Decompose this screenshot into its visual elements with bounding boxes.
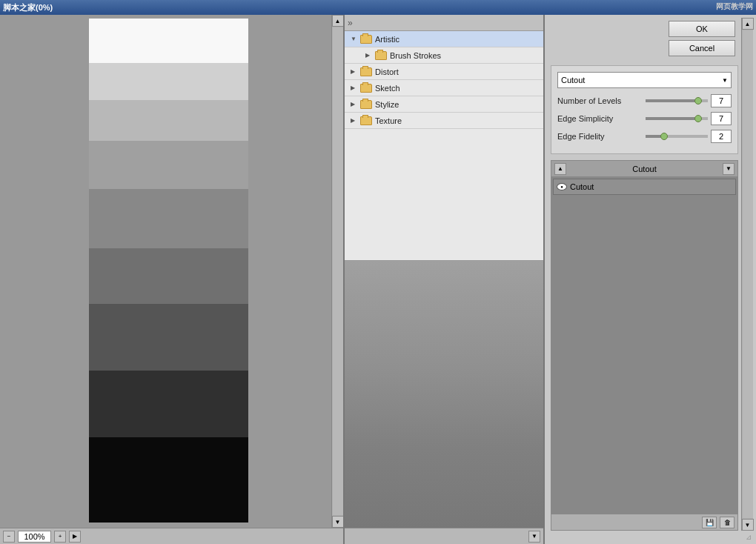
effects-delete-button[interactable]: 🗑 (720, 517, 735, 528)
param-row-edge-fidelity: Edge Fidelity 2 (557, 130, 732, 143)
right-scroll-thumb (743, 30, 753, 518)
scroll-up-button[interactable]: ▲ (332, 15, 344, 27)
right-top-actions: OK Cancel (548, 18, 741, 62)
filter-label-stylize: Stylize (375, 100, 399, 109)
dropdown-selected-label: Cutout (561, 76, 585, 84)
expand-arrow-texture: ▶ (351, 117, 358, 125)
dropdown-arrow-icon: ▼ (722, 77, 728, 84)
nav-forward-button[interactable]: ▶ (69, 531, 81, 543)
right-scroll-down[interactable]: ▼ (742, 519, 754, 531)
left-scrollbar: ▲ ▼ (331, 15, 343, 528)
band-3 (89, 100, 248, 141)
filter-item-distort[interactable]: ▶ Distort (345, 64, 543, 80)
filter-item-artistic[interactable]: ▼ Artistic (345, 31, 543, 47)
param-row-num-levels: Number of Levels 7 (557, 94, 732, 107)
effects-header: ▲ Cutout ▼ (551, 161, 737, 177)
effects-footer: 💾 🗑 (551, 514, 737, 530)
title-text: 脚本之家(0%) (3, 2, 53, 13)
ok-button[interactable]: OK (669, 21, 735, 37)
filter-preview-area (345, 261, 543, 528)
expand-arrow-sketch: ▶ (351, 84, 358, 92)
resize-handle: ⊿ (746, 533, 752, 541)
image-side-strip (0, 19, 89, 523)
right-panel-inner: OK Cancel Cutout ▼ Number of Levels (548, 18, 753, 531)
band-1 (89, 19, 248, 63)
middle-filter-panel: » ▼ Artistic ▶ Brush Strokes ▶ Distort (345, 15, 545, 544)
filter-item-sketch[interactable]: ▶ Sketch (345, 80, 543, 96)
expand-arrow-distort: ▶ (351, 68, 358, 76)
filter-preview-image (345, 261, 543, 528)
filter-list: ▼ Artistic ▶ Brush Strokes ▶ Distort ▶ S… (345, 31, 543, 261)
filter-label-texture: Texture (375, 116, 402, 125)
left-bottom-bar: − 100% + ▶ (0, 528, 343, 544)
expand-arrow-artistic: ▼ (351, 36, 358, 43)
param-thumb-num-levels[interactable] (694, 97, 702, 105)
right-grey-strip (248, 15, 333, 528)
param-label-edge-fidelity: Edge Fidelity (557, 132, 643, 141)
effects-panel: ▲ Cutout ▼ ● Cutout 💾 🗑 (551, 160, 738, 531)
folder-icon-texture (360, 116, 372, 125)
middle-header: » (345, 15, 543, 31)
param-value-edge-fidelity[interactable]: 2 (711, 130, 732, 143)
watermark1: 网页教学网 (716, 1, 753, 12)
band-overlay (89, 19, 248, 523)
scroll-thumb (333, 27, 343, 515)
band-8 (89, 371, 248, 437)
param-slider-edge-fidelity[interactable] (646, 135, 708, 138)
main-container: ▲ ▼ − 100% + ▶ » ▼ Artistic (0, 15, 756, 544)
filter-item-texture[interactable]: ▶ Texture (345, 113, 543, 129)
zoom-minus-button[interactable]: − (3, 531, 15, 543)
folder-icon-artistic (360, 35, 372, 44)
param-row-edge-simplicity: Edge Simplicity 7 (557, 112, 732, 125)
eye-visibility-icon[interactable]: ● (557, 183, 567, 190)
right-scrollbar: ▲ ▼ (741, 18, 753, 531)
middle-scroll-right[interactable]: ▼ (528, 531, 540, 543)
filter-dropdown[interactable]: Cutout ▼ (557, 72, 732, 88)
right-content: OK Cancel Cutout ▼ Number of Levels (548, 18, 741, 531)
param-slider-edge-simplicity[interactable] (646, 117, 708, 120)
collapse-panel-button[interactable]: » (348, 18, 353, 28)
right-panel: OK Cancel Cutout ▼ Number of Levels (545, 15, 756, 544)
filter-item-stylize[interactable]: ▶ Stylize (345, 96, 543, 113)
filter-item-brush-strokes[interactable]: ▶ Brush Strokes (345, 47, 543, 64)
cancel-button[interactable]: Cancel (669, 40, 735, 56)
filter-label-distort: Distort (375, 67, 399, 76)
effects-save-button[interactable]: 💾 (702, 517, 717, 528)
zoom-display: 100% (18, 531, 51, 543)
band-2 (89, 63, 248, 100)
folder-icon-distort (360, 67, 372, 76)
effects-content-area: ● Cutout (551, 177, 737, 514)
filter-label-brush: Brush Strokes (390, 51, 441, 60)
left-preview-panel: ▲ ▼ − 100% + ▶ (0, 15, 345, 544)
right-scroll-up[interactable]: ▲ (742, 18, 754, 30)
param-thumb-edge-fidelity[interactable] (660, 133, 668, 140)
middle-bottom-bar: ▼ (345, 528, 543, 544)
effect-row-cutout[interactable]: ● Cutout (553, 179, 736, 195)
band-5 (89, 189, 248, 248)
scroll-down-button[interactable]: ▼ (332, 516, 344, 528)
param-label-num-levels: Number of Levels (557, 96, 643, 105)
band-7 (89, 304, 248, 371)
effect-label-cutout: Cutout (570, 182, 594, 191)
image-preview-area: ▲ ▼ (0, 15, 343, 528)
effects-scroll-up[interactable]: ▲ (554, 163, 566, 175)
effects-title: Cutout (632, 165, 656, 173)
folder-icon-brush (375, 51, 387, 60)
folder-icon-stylize (360, 100, 372, 109)
effects-scroll-down[interactable]: ▼ (723, 163, 735, 175)
expand-arrow-stylize: ▶ (351, 101, 358, 108)
filter-label-artistic: Artistic (375, 35, 399, 44)
folder-icon-sketch (360, 84, 372, 93)
param-thumb-edge-simplicity[interactable] (694, 115, 702, 122)
band-9 (89, 437, 248, 523)
param-label-edge-simplicity: Edge Simplicity (557, 114, 643, 123)
param-slider-num-levels[interactable] (646, 99, 708, 102)
param-fill-edge-simplicity (646, 117, 698, 120)
zoom-plus-button[interactable]: + (54, 531, 66, 543)
settings-panel: Cutout ▼ Number of Levels 7 (551, 65, 738, 154)
param-fill-num-levels (646, 99, 698, 102)
param-value-edge-simplicity[interactable]: 7 (711, 112, 732, 125)
title-bar: 脚本之家(0%) 网页教学网 (0, 0, 756, 15)
param-value-num-levels[interactable]: 7 (711, 94, 732, 107)
expand-arrow-brush: ▶ (365, 52, 373, 59)
